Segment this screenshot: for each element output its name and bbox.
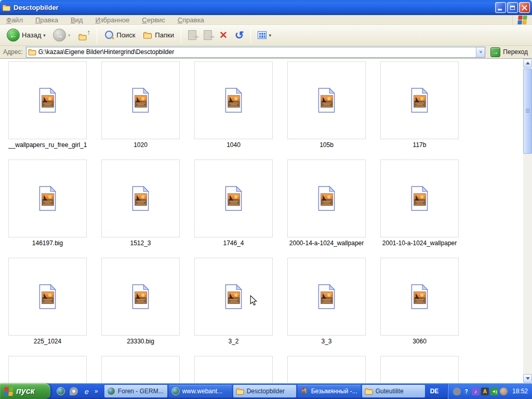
taskbar-button[interactable]: Desctopbilder	[233, 385, 296, 397]
device-icon[interactable]	[453, 388, 461, 395]
forward-button[interactable]: → ▾	[50, 28, 73, 43]
address-combobox[interactable]: G:\kazaa\Eigene Bilder\Hintergrind\Desct…	[26, 47, 486, 58]
thumbnail-frame	[194, 258, 273, 336]
scroll-down-icon	[526, 377, 530, 380]
forward-icon: →	[53, 29, 66, 42]
folder-icon	[365, 387, 373, 395]
volume-icon[interactable]: ◄)	[490, 388, 498, 395]
copy-to-button[interactable]	[201, 29, 215, 41]
mouse-cursor	[250, 295, 257, 307]
file-item-empty	[8, 356, 87, 383]
image-file-icon	[128, 87, 154, 113]
file-item[interactable]: 1020	[101, 61, 180, 149]
speaker-icon[interactable]	[500, 388, 508, 395]
forward-dropdown-icon[interactable]: ▾	[68, 33, 71, 38]
file-item[interactable]: 2000-14-a-1024_wallpaper	[287, 159, 366, 247]
vertical-scrollbar[interactable]	[523, 59, 532, 383]
folder-icon	[236, 387, 244, 395]
menu-item[interactable]: Вид	[64, 16, 89, 24]
go-button[interactable]: → Переход	[488, 47, 530, 58]
search-button[interactable]: Поиск	[101, 29, 138, 42]
folders-label: Папки	[155, 31, 174, 39]
taskbar-button[interactable]: Foren - GERM...	[104, 385, 167, 397]
address-input[interactable]: G:\kazaa\Eigene Bilder\Hintergrind\Desct…	[38, 48, 476, 56]
back-dropdown-icon[interactable]: ▾	[43, 33, 46, 38]
menu-item[interactable]: Избранное	[89, 16, 136, 24]
undo-button[interactable]: ↺	[232, 29, 247, 42]
thumbnail-frame	[380, 258, 459, 336]
thumbnail-frame	[287, 159, 366, 237]
folders-button[interactable]: Папки	[140, 30, 177, 41]
file-item[interactable]: 3_3	[287, 258, 366, 345]
file-item[interactable]: 117b	[380, 61, 459, 149]
back-button[interactable]: ← Назад ▾	[4, 28, 48, 43]
restore-button[interactable]	[507, 2, 518, 13]
thumbnail-frame	[8, 258, 87, 336]
quick-launch-overflow-icon[interactable]: »	[95, 388, 98, 395]
image-file-icon	[314, 87, 340, 113]
file-item[interactable]: 146197.big	[8, 159, 87, 247]
address-dropdown-button[interactable]: ˅	[476, 47, 485, 57]
globe-icon	[171, 387, 180, 395]
views-button[interactable]: ▾	[255, 30, 274, 40]
move-to-button[interactable]	[185, 29, 199, 41]
file-item[interactable]: __wallpapers_ru_free_girl_1024x...	[8, 61, 87, 149]
views-icon	[258, 31, 267, 39]
menu-item[interactable]: Сервис	[136, 16, 171, 24]
file-item[interactable]: 105b	[287, 61, 366, 149]
file-item[interactable]: 23330.big	[101, 258, 180, 345]
scroll-down-button[interactable]	[523, 374, 532, 383]
thumbnail-frame	[8, 159, 87, 237]
menu-item[interactable]: Правка	[29, 16, 64, 24]
taskbar-button-label: Desctopbilder	[247, 388, 285, 395]
start-label: пуск	[16, 387, 35, 396]
file-name: 1746_4	[194, 240, 273, 247]
file-item[interactable]: 1746_4	[194, 159, 273, 247]
file-name: 105b	[287, 141, 366, 149]
close-button[interactable]	[519, 2, 530, 13]
thumbnail-frame	[287, 356, 366, 383]
taskbar-button[interactable]: Безымянный -...	[298, 385, 361, 397]
file-item[interactable]: 1040	[194, 61, 273, 149]
scroll-up-button[interactable]	[523, 59, 532, 68]
paint-icon	[300, 387, 309, 395]
language-indicator[interactable]: DE	[425, 388, 444, 395]
restore-icon	[510, 6, 515, 10]
file-item[interactable]: 225_1024	[8, 258, 87, 345]
thumbnail-frame	[380, 356, 459, 383]
file-item-empty	[101, 356, 180, 383]
minimize-button[interactable]	[495, 2, 506, 13]
taskbar: пуск e» Foren - GERM...www.webant...Desc…	[0, 383, 532, 399]
file-name: 2001-10-a-1024_wallpaper	[380, 240, 459, 247]
taskbar-clock: 18:52	[512, 388, 528, 395]
file-item[interactable]: 1512_3	[101, 159, 180, 247]
image-file-icon	[407, 87, 433, 113]
file-item[interactable]: 2001-10-a-1024_wallpaper	[380, 159, 459, 247]
views-dropdown-icon[interactable]: ▾	[269, 33, 271, 38]
delete-icon: ✕	[219, 30, 228, 40]
ie-icon[interactable]: e	[83, 387, 91, 395]
image-file-icon	[35, 185, 61, 211]
help-icon[interactable]: ?	[462, 388, 470, 395]
taskbar-button[interactable]: www.webant...	[169, 385, 232, 397]
up-button[interactable]: ↑	[75, 29, 92, 42]
menu-item[interactable]: Файл	[0, 16, 29, 24]
taskbar-button[interactable]: Guteutilite	[362, 385, 425, 397]
file-item[interactable]: 3_2	[194, 258, 273, 345]
move-to-icon	[188, 30, 196, 40]
menu-bar: ФайлПравкаВидИзбранноеСервисСправка	[0, 15, 532, 25]
image-file-icon	[35, 87, 61, 113]
file-item[interactable]: 3060	[380, 258, 459, 345]
file-name: 3060	[380, 338, 459, 345]
menu-item[interactable]: Справка	[171, 16, 210, 24]
keyboard-icon[interactable]: A	[481, 388, 489, 395]
scrollbar-thumb[interactable]	[523, 69, 532, 154]
image-file-icon	[314, 185, 340, 211]
media-icon[interactable]: ♪	[472, 388, 480, 395]
file-name: 1512_3	[101, 240, 180, 247]
messenger-icon[interactable]	[70, 387, 78, 395]
delete-button[interactable]: ✕	[217, 29, 230, 41]
browser-icon[interactable]	[57, 387, 65, 395]
start-button[interactable]: пуск	[0, 383, 50, 399]
undo-icon: ↺	[235, 30, 244, 41]
